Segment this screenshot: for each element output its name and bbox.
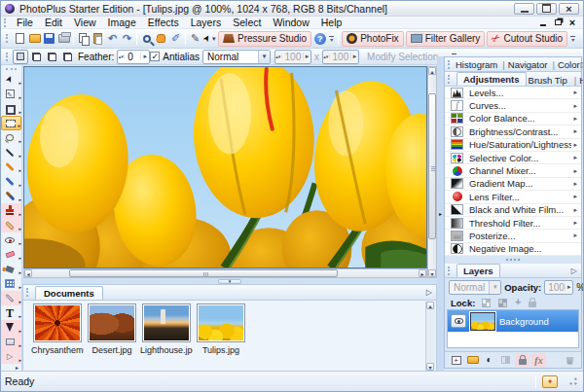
tab-history[interactable]: History	[569, 75, 584, 86]
splitter-collapse-button[interactable]: ▾	[218, 279, 241, 284]
tulips-image[interactable]	[23, 66, 427, 268]
adjustment-black-and-white-film[interactable]: Black and White Film... ▸	[445, 204, 581, 217]
smudge-tool[interactable]: ▸	[1, 291, 21, 305]
menu-view[interactable]: View	[68, 17, 102, 28]
scroll-up-arrow-icon[interactable]: ▴	[426, 302, 434, 309]
scroll-down-arrow-icon[interactable]: ▾	[428, 269, 436, 277]
toolbar-grip[interactable]	[6, 53, 9, 61]
layer-row-background[interactable]: Background	[448, 310, 578, 332]
resize-grip[interactable]	[567, 375, 579, 387]
adjustment-hue-saturation-lightness[interactable]: Hue/Saturation/Lightness... ▸	[445, 139, 581, 152]
new-layer-button[interactable]: +	[449, 353, 463, 367]
document-thumbnail[interactable]	[197, 303, 245, 342]
print-button[interactable]	[56, 31, 71, 47]
panel-menu-arrow-icon[interactable]: ▷	[426, 288, 432, 297]
blemish-remover-tool[interactable]: ▸	[1, 218, 21, 232]
tab-histogram[interactable]: Histogram	[455, 59, 498, 70]
panel-grip[interactable]	[26, 288, 29, 297]
menu-window[interactable]: Window	[267, 17, 314, 28]
menu-edit[interactable]: Edit	[39, 17, 68, 28]
tab-documents[interactable]: Documents	[35, 286, 103, 300]
tab-brush-tip[interactable]: Brush Tip	[527, 75, 569, 86]
toolbar-overflow-button[interactable]	[327, 32, 336, 46]
cursor-tool-button[interactable]: ➤▾	[202, 31, 217, 47]
crop-tool[interactable]: ▸	[1, 101, 21, 116]
restore-button[interactable]	[536, 3, 557, 15]
menu-effects[interactable]: Effects	[142, 17, 185, 28]
clone-stamp-tool[interactable]: ▸	[1, 203, 21, 218]
spinner-arrows-icon[interactable]: ▴▾	[118, 54, 125, 58]
flood-fill-tool[interactable]: ▸	[1, 262, 21, 276]
document-lighthouse[interactable]: Lighthouse.jpg	[142, 303, 191, 355]
layer-visibility-button[interactable]	[451, 314, 466, 328]
color-pickup-tool[interactable]: ▸	[1, 174, 21, 189]
panel-menu-arrow-icon[interactable]: ▷	[581, 60, 584, 69]
minimize-button[interactable]	[514, 3, 534, 15]
red-eye-tool[interactable]: ▸	[1, 232, 21, 247]
scroll-down-arrow-icon[interactable]: ▾	[426, 363, 434, 371]
toolbar-grip[interactable]	[6, 68, 17, 70]
document-desert[interactable]: Desert.jpg	[88, 303, 136, 355]
vertical-scrollbar[interactable]: ▴ ▾	[427, 66, 437, 278]
toolbar-grip[interactable]	[6, 34, 9, 43]
help-button[interactable]: ?	[312, 31, 327, 47]
tab-color[interactable]: Color	[548, 59, 580, 70]
photofix-button[interactable]: PhotoFix	[342, 31, 403, 47]
panel-splitter-horizontal[interactable]	[445, 256, 581, 264]
new-button[interactable]	[13, 31, 27, 47]
adjustment-negative-image[interactable]: Negative Image...	[445, 243, 581, 256]
pressure-studio-button[interactable]: Pressure Studio	[218, 31, 311, 47]
pan-tool-button[interactable]	[154, 31, 168, 47]
magic-wand-tool[interactable]: ▸	[1, 145, 21, 160]
menu-layers[interactable]: Layers	[185, 17, 228, 28]
toolbar-overflow-button[interactable]	[568, 32, 577, 46]
document-thumbnail[interactable]	[88, 303, 136, 342]
filter-gallery-button[interactable]: Filter Gallery	[406, 31, 486, 47]
toolbar-grip[interactable]	[4, 18, 7, 27]
tab-layers[interactable]: Layers	[456, 264, 500, 277]
rectangle-select-tool[interactable]: ▸	[1, 116, 21, 130]
zoom-tool-button[interactable]	[139, 31, 154, 47]
adjustment-channel-mixer[interactable]: Channel Mixer... ▸	[445, 164, 581, 177]
scroll-right-arrow-icon[interactable]: ▸	[419, 269, 426, 277]
measure-button[interactable]: ✐	[168, 31, 183, 47]
eraser-tool[interactable]: ▸	[1, 247, 21, 262]
paintbrush-tool[interactable]: ▸	[1, 189, 21, 203]
panel-menu-arrow-icon[interactable]: ▷	[571, 267, 577, 275]
scroll-up-arrow-icon[interactable]: ▴	[428, 67, 436, 75]
scroll-left-arrow-icon[interactable]: ◂	[24, 269, 32, 277]
adjustment-gradient-map[interactable]: Gradient Map... ▸	[445, 178, 581, 191]
add-selection-mode-button[interactable]	[28, 50, 44, 64]
document-minimize-button[interactable]	[537, 18, 549, 27]
adjustment-color-balance[interactable]: Color Balance... ▸	[445, 113, 581, 125]
organizer-button[interactable]: ✦	[542, 375, 558, 388]
panel-grip[interactable]	[448, 267, 451, 275]
open-button[interactable]	[27, 31, 42, 47]
toolbox-expand-button[interactable]: ▸	[1, 364, 21, 371]
document-tulips[interactable]: Tulips.jpg	[197, 303, 245, 355]
menu-file[interactable]: File	[11, 17, 39, 28]
adjustment-threshold-filter[interactable]: Threshold Filter... ▸	[445, 217, 581, 230]
text-tool[interactable]: T ▸	[1, 305, 21, 320]
node-edit-tool[interactable]: ▷ ▸	[1, 349, 21, 364]
selection-brush-tool[interactable]: ▸	[1, 160, 21, 174]
intersect-selection-mode-button[interactable]	[59, 50, 75, 64]
adjustment-lens-filter[interactable]: Lens Filter... ▸	[445, 191, 581, 203]
straighten-tool[interactable]: ✎ ▸	[1, 87, 21, 101]
subtract-selection-mode-button[interactable]	[44, 50, 59, 64]
document-thumbnail[interactable]	[33, 303, 82, 342]
documents-scrollbar[interactable]: ▴ ▾	[425, 302, 435, 371]
cutout-studio-button[interactable]: ✂Cutout Studio	[487, 31, 567, 47]
spinner-slider-icon[interactable]: ▸	[140, 53, 149, 60]
adjustment-curves[interactable]: Curves... ▸	[445, 99, 581, 112]
document-close-button[interactable]	[566, 18, 578, 27]
splitter-collapse-arrow-icon[interactable]: ▸	[439, 210, 442, 217]
delete-layer-button[interactable]	[563, 353, 577, 367]
adjustment-levels[interactable]: Levels... ▸	[445, 87, 581, 99]
adjustment-selective-color[interactable]: Selective Color... ▸	[445, 152, 581, 164]
menu-help[interactable]: Help	[315, 17, 348, 28]
close-button[interactable]	[559, 3, 579, 15]
document-chrysanthemum[interactable]: Chrysanthemum.jpg	[33, 303, 82, 355]
lasso-select-tool[interactable]: ▸	[1, 130, 21, 145]
mesh-warp-tool[interactable]: ▸	[1, 276, 21, 291]
